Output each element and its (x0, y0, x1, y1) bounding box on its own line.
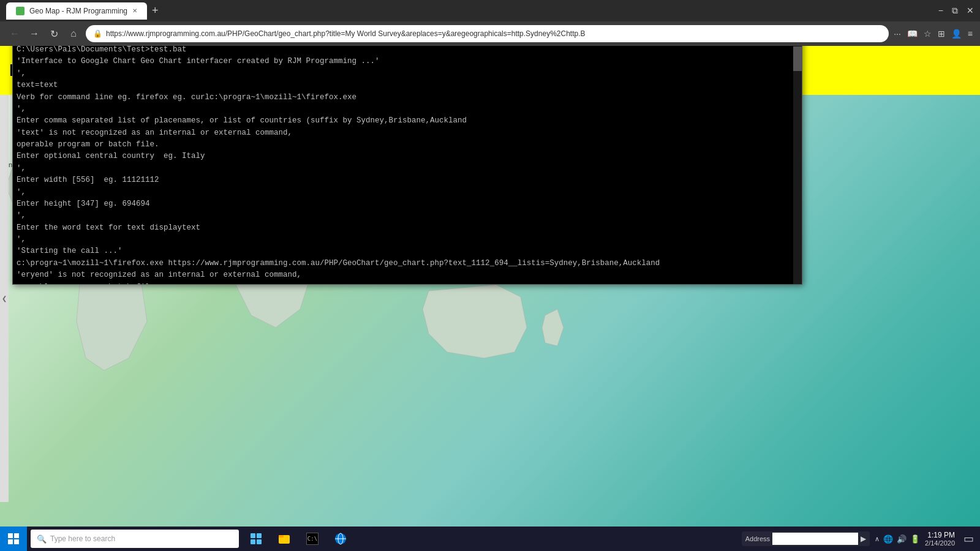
address-text: https://www.rjmprogramming.com.au/PHP/Ge… (106, 29, 881, 38)
taskbar-apps: C:\ (243, 527, 742, 551)
taskbar: 🔍 Type here to search C:\ (0, 527, 980, 551)
security-lock-icon: 🔒 (93, 29, 102, 38)
cmd-line-17: ', (17, 234, 798, 246)
favorites-icon[interactable]: ☆ (924, 29, 932, 39)
volume-icon[interactable]: 🔊 (897, 534, 907, 544)
address-input[interactable] (772, 533, 858, 545)
svg-rect-5 (279, 535, 284, 538)
tab-favicon (16, 7, 24, 15)
cmd-line-3: ', (17, 68, 798, 80)
home-button[interactable]: ⌂ (66, 28, 81, 39)
windows-logo-icon (8, 533, 19, 544)
cmd-line-7: Enter comma separated list of placenames… (17, 115, 798, 127)
address-bar[interactable]: 🔒 https://www.rjmprogramming.com.au/PHP/… (86, 25, 889, 42)
address-go-button[interactable]: ▶ (861, 534, 866, 543)
cmd-line-18: 'Starting the call ...' (17, 246, 798, 257)
cmd-line-13: ', (17, 187, 798, 198)
tab-close-button[interactable]: ✕ (132, 7, 137, 14)
start-button[interactable] (0, 527, 27, 551)
reading-list-icon[interactable]: 📖 (907, 29, 918, 39)
time-display[interactable]: 1:19 PM 2/14/2020 (925, 531, 955, 547)
window-restore-button[interactable]: ⧉ (952, 6, 958, 16)
browser-tab[interactable]: Geo Map - RJM Programming ✕ (6, 2, 147, 20)
cmd-line-19: c:\progra~1\mozill~1\firefox.exe https:/… (17, 258, 798, 269)
network-icon[interactable]: 🌐 (883, 534, 893, 544)
cmd-line-8: 'text' is not recognized as an internal … (17, 127, 798, 139)
show-desktop-button[interactable]: ▭ (960, 532, 974, 545)
new-tab-button[interactable]: + (152, 4, 159, 17)
cmd-line-12: Enter width [556] eg. 11121112 (17, 174, 798, 186)
cmd-line-1: C:\Users\Pals\Documents\Test>test.bat (17, 46, 798, 56)
cmd-line-14: Enter height [347] eg. 694694 (17, 198, 798, 210)
svg-rect-0 (251, 533, 255, 538)
address-label-text: Address (745, 535, 770, 542)
svg-rect-1 (257, 533, 262, 538)
current-date: 2/14/2020 (925, 539, 955, 547)
taskbar-task-view[interactable] (243, 527, 270, 551)
cmd-scrollbar[interactable] (793, 46, 802, 284)
search-icon: 🔍 (37, 534, 47, 544)
search-placeholder-text: Type here to search (50, 534, 115, 543)
cmd-line-10: Enter optional central country eg. Italy (17, 151, 798, 162)
taskbar-app-explorer[interactable] (271, 527, 298, 551)
browser-navbar: ← → ↻ ⌂ 🔒 https://www.rjmprogramming.com… (0, 21, 980, 46)
battery-icon[interactable]: 🔋 (910, 534, 920, 544)
cmd-line-4: text=text (17, 80, 798, 91)
cmd-icon: C:\ (306, 533, 318, 545)
cmd-line-15: ', (17, 210, 798, 222)
taskbar-app-browser[interactable] (327, 527, 354, 551)
cmd-line-5: Verb for command line eg. firefox eg. cu… (17, 92, 798, 103)
taskbar-right: Address ▶ ∧ 🌐 🔊 🔋 1:19 PM 2/14/2020 ▭ (742, 531, 980, 547)
svg-rect-3 (257, 539, 262, 544)
cmd-line-11: ', (17, 163, 798, 174)
window-minimize-button[interactable]: − (938, 6, 943, 16)
nav-icons-right: ··· 📖 ☆ ⊞ 👤 ≡ (894, 29, 973, 39)
cmd-line-6: ', (17, 103, 798, 115)
refresh-button[interactable]: ↻ (47, 28, 61, 40)
cmd-body[interactable]: C:\Users\Pals\Documents\Test>test.bat 'I… (13, 46, 802, 284)
file-explorer-icon (278, 533, 290, 545)
current-time: 1:19 PM (925, 531, 955, 539)
taskbar-search-box[interactable]: 🔍 Type here to search (31, 530, 239, 548)
profile-button[interactable]: 👤 (951, 29, 962, 39)
cmd-scrollbar-thumb[interactable] (793, 47, 802, 71)
system-tray-icons: ∧ 🌐 🔊 🔋 (875, 534, 920, 544)
task-view-icon (250, 533, 262, 545)
cmd-line-2: 'Interface to Google Chart Geo Chart int… (17, 56, 798, 67)
cmd-window: C:\ C:\WINDOWS\system32\cmd.exe - test.b… (12, 46, 802, 285)
address-widget: Address ▶ (742, 531, 870, 546)
cmd-line-16: Enter the word text for text displaytext (17, 222, 798, 234)
back-button[interactable]: ← (7, 28, 22, 39)
cmd-line-9: operable program or batch file. (17, 139, 798, 151)
chevron-up-icon[interactable]: ∧ (875, 535, 880, 543)
browser-titlebar: Geo Map - RJM Programming ✕ + − ⧉ ✕ (0, 0, 980, 21)
collections-icon[interactable]: ⊞ (938, 29, 945, 39)
cmd-line-21: operable program or batch file. (17, 282, 798, 285)
browser-icon (334, 533, 347, 545)
tab-title: Geo Map - RJM Programming (29, 7, 127, 15)
window-close-button[interactable]: ✕ (967, 6, 974, 16)
cmd-line-20: 'eryend' is not recognized as an interna… (17, 269, 798, 281)
svg-rect-2 (251, 539, 255, 544)
forward-button[interactable]: → (27, 28, 42, 39)
scroll-left-button[interactable]: ❮ (0, 95, 9, 502)
more-options-button[interactable]: ··· (894, 29, 901, 39)
extensions-button[interactable]: ≡ (968, 29, 973, 39)
taskbar-app-cmd[interactable]: C:\ (299, 527, 326, 551)
browser-content: ❮ My World Survey Geo Map Brisbane Sydne… (0, 46, 980, 527)
